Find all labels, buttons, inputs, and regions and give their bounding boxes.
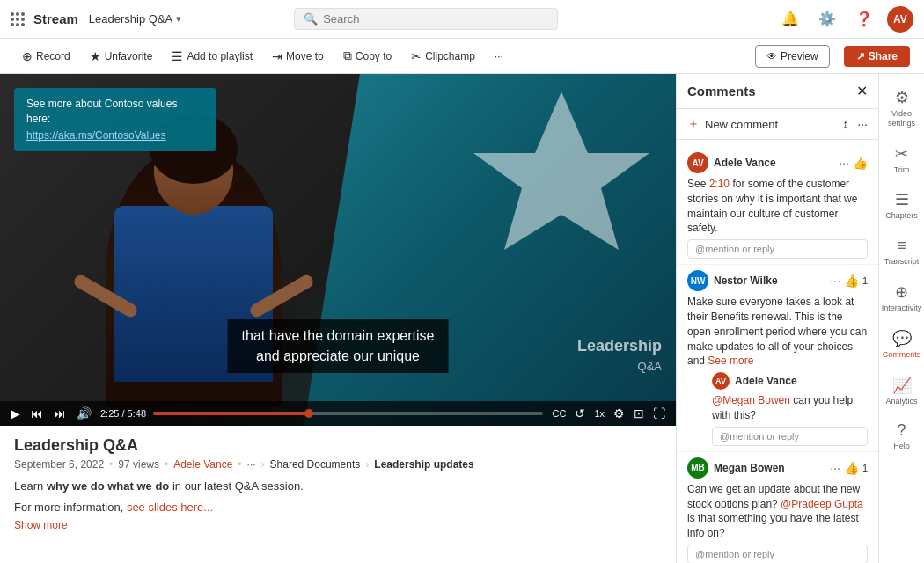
skip-forward-button[interactable]: ⏭ bbox=[52, 405, 68, 422]
help-icon-btn[interactable]: ? Help bbox=[882, 414, 922, 458]
rewind-button[interactable]: ↺ bbox=[573, 405, 587, 422]
video-player[interactable]: See more about Contoso values here: http… bbox=[0, 74, 676, 426]
comment-text: Make sure everyone takes a look at their… bbox=[687, 295, 868, 369]
video-settings-icon-btn[interactable]: ⚙ Videosettings bbox=[882, 81, 922, 135]
time-display: 2:25 / 5:48 bbox=[100, 408, 146, 419]
fullscreen-button[interactable]: ⛶ bbox=[651, 405, 667, 422]
app-menu-button[interactable] bbox=[11, 12, 26, 26]
breadcrumb-expand-icon[interactable]: ▾ bbox=[176, 13, 181, 25]
analytics-icon-btn[interactable]: 📈 Analytics bbox=[882, 369, 922, 413]
comment-more-icon[interactable]: ··· bbox=[830, 274, 840, 288]
video-views: 97 views bbox=[118, 458, 159, 471]
help-icon[interactable]: ❓ bbox=[850, 5, 878, 33]
sort-comments-icon[interactable]: ↕ bbox=[842, 117, 848, 131]
chapters-icon-btn[interactable]: ☰ Chapters bbox=[882, 183, 922, 228]
more-button[interactable]: ··· bbox=[487, 46, 511, 67]
see-more-link[interactable]: See more bbox=[708, 355, 753, 367]
breadcrumb-shared-docs[interactable]: Shared Documents bbox=[270, 458, 361, 471]
help-side-icon: ? bbox=[897, 421, 906, 440]
main-layout: See more about Contoso values here: http… bbox=[0, 74, 924, 563]
copy-to-button[interactable]: ⧉ Copy to bbox=[335, 44, 400, 68]
comments-side-icon: 💬 bbox=[892, 329, 912, 348]
comment-text: See 2:10 for some of the customer storie… bbox=[687, 177, 868, 236]
transcript-icon-btn[interactable]: ≡ Transcript bbox=[882, 230, 922, 274]
toolbar: ⊕ Record ★ Unfavorite ☰ Add to playlist … bbox=[0, 39, 924, 74]
video-controls: ▶ ⏮ ⏭ 🔊 2:25 / 5:48 CC ↺ 1x bbox=[0, 401, 676, 426]
like-icon[interactable]: 👍 bbox=[844, 461, 859, 475]
clipchamp-button[interactable]: ✂ Clipchamp bbox=[403, 45, 483, 68]
comment-more-icon[interactable]: ··· bbox=[839, 156, 849, 170]
avatar: MB bbox=[687, 457, 708, 479]
comments-icon-btn[interactable]: 💬 Comments bbox=[882, 322, 922, 367]
leadership-label: Leadership bbox=[577, 337, 662, 355]
breadcrumb-video-title[interactable]: Leadership Q&A bbox=[89, 12, 172, 26]
play-button[interactable]: ▶ bbox=[9, 405, 22, 422]
nested-comment: AV Adele Vance @Megan Bowen can you help… bbox=[712, 372, 868, 446]
video-title: Leadership Q&A bbox=[14, 436, 662, 455]
trim-icon-btn[interactable]: ✂ Trim bbox=[882, 137, 922, 182]
comment-item: NW Nestor Wilke ··· 👍 1 Make sure everyo… bbox=[677, 265, 878, 452]
caption-link[interactable]: https://aka.ms/ContosoValues bbox=[26, 129, 166, 142]
video-author-link[interactable]: Adele Vance bbox=[173, 458, 232, 471]
comment-text: @Megan Bowen can you help with this? bbox=[712, 393, 868, 423]
subtitle-overlay: that have the domain expertise and appre… bbox=[228, 319, 449, 373]
caption-text: See more about Contoso values here: bbox=[26, 97, 204, 127]
add-to-playlist-button[interactable]: ☰ Add to playlist bbox=[164, 45, 260, 68]
record-button[interactable]: ⊕ Record bbox=[14, 45, 78, 68]
add-comment-icon: ＋ bbox=[687, 116, 700, 132]
reply-input[interactable]: @mention or reply bbox=[687, 239, 868, 259]
interactivity-icon: ⊕ bbox=[895, 282, 908, 302]
chapters-icon: ☰ bbox=[895, 190, 909, 209]
avatar: AV bbox=[687, 152, 708, 173]
close-panel-icon[interactable]: ✕ bbox=[856, 83, 868, 99]
like-icon[interactable]: 👍 bbox=[853, 156, 868, 170]
interactivity-icon-btn[interactable]: ⊕ Interactivity bbox=[882, 275, 922, 320]
show-more-button[interactable]: Show more bbox=[14, 519, 662, 531]
comment-item: MB Megan Bowen ··· 👍 1 Can we get an upd… bbox=[677, 452, 878, 563]
slides-link[interactable]: see slides here... bbox=[127, 501, 213, 514]
new-comment-bar[interactable]: ＋ New comment ↕ ··· bbox=[677, 109, 878, 140]
nav-right-area: 🔔 ⚙️ ❓ AV bbox=[776, 5, 913, 33]
comments-header: Comments ✕ bbox=[677, 74, 878, 109]
settings-icon[interactable]: ⚙️ bbox=[813, 5, 841, 33]
timestamp-link[interactable]: 2:10 bbox=[709, 178, 730, 190]
comments-more-icon[interactable]: ··· bbox=[857, 117, 868, 131]
like-icon[interactable]: 👍 bbox=[844, 274, 859, 288]
share-icon: ↗ bbox=[856, 50, 865, 62]
captions-button[interactable]: CC bbox=[550, 406, 568, 420]
progress-bar[interactable] bbox=[153, 412, 543, 415]
settings-button[interactable]: ⚙ bbox=[612, 405, 627, 422]
meta-more-icon[interactable]: ··· bbox=[247, 458, 256, 471]
progress-handle bbox=[304, 409, 313, 418]
preview-button[interactable]: 👁 Preview bbox=[755, 45, 830, 68]
video-date: September 6, 2022 bbox=[14, 458, 104, 471]
avatar: NW bbox=[687, 270, 708, 291]
comments-panel: Comments ✕ ＋ New comment ↕ ··· AV Adele … bbox=[676, 74, 878, 563]
notifications-icon[interactable]: 🔔 bbox=[776, 5, 804, 33]
reply-input[interactable]: @mention or reply bbox=[687, 545, 868, 563]
speed-button[interactable]: 1x bbox=[592, 406, 606, 420]
user-avatar[interactable]: AV bbox=[887, 6, 913, 33]
comment-more-icon[interactable]: ··· bbox=[830, 461, 840, 475]
side-panel-icons: ⚙ Videosettings ✂ Trim ☰ Chapters ≡ Tran… bbox=[878, 74, 924, 563]
app-title: Stream bbox=[33, 11, 78, 26]
trim-icon: ✂ bbox=[895, 144, 908, 164]
breadcrumb-leadership-updates[interactable]: Leadership updates bbox=[374, 458, 473, 471]
pip-button[interactable]: ⊡ bbox=[632, 405, 646, 422]
search-icon: 🔍 bbox=[304, 12, 318, 26]
video-settings-icon: ⚙ bbox=[895, 88, 909, 107]
reply-input[interactable]: @mention or reply bbox=[712, 427, 868, 446]
unfavorite-button[interactable]: ★ Unfavorite bbox=[82, 45, 161, 68]
star-graphic bbox=[473, 83, 649, 259]
avatar: AV bbox=[712, 372, 730, 390]
side-icon-label: Transcript bbox=[884, 257, 920, 267]
like-count: 1 bbox=[862, 463, 868, 473]
share-button[interactable]: ↗ Share bbox=[844, 46, 910, 67]
search-input[interactable] bbox=[323, 12, 548, 26]
search-bar: 🔍 bbox=[294, 8, 558, 30]
side-icon-label: Interactivity bbox=[882, 303, 922, 313]
skip-back-button[interactable]: ⏮ bbox=[29, 405, 45, 422]
move-to-button[interactable]: ⇥ Move to bbox=[264, 45, 332, 68]
volume-button[interactable]: 🔊 bbox=[75, 405, 93, 422]
video-description: Learn why we do what we do in our latest… bbox=[14, 478, 662, 495]
